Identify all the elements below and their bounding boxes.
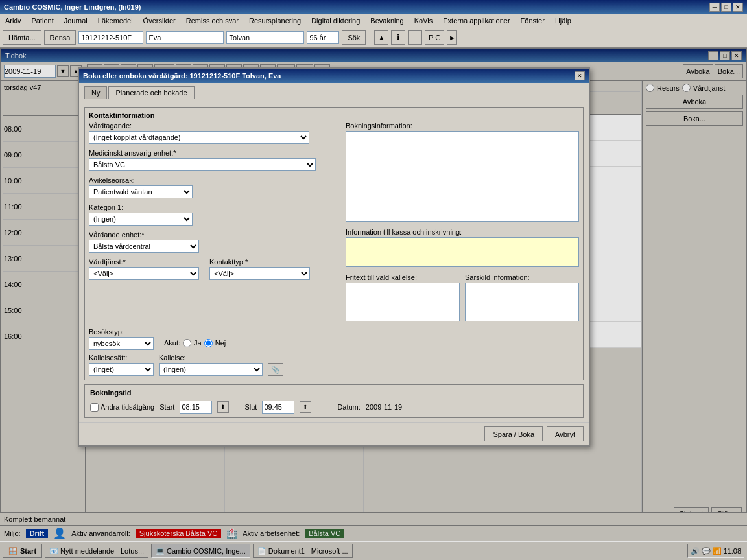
sep1 (370, 31, 370, 44)
modal-close-btn[interactable]: ✕ (575, 71, 585, 80)
minimize-btn[interactable]: ─ (709, 3, 720, 12)
kallelsesatt-select[interactable]: (Inget) (89, 363, 154, 376)
besokstyp-select[interactable]: nybesök (89, 337, 154, 350)
bokningstid-section: Bokningstid Ändra tidsåtgång Start ⬆ Slu… (84, 384, 584, 418)
info-kassa-textarea[interactable] (346, 237, 579, 267)
attachment-btn[interactable]: 📎 (268, 363, 283, 376)
vardtjanst-kontakt-row: Vårdtjänst:* <Välj> Kontakttyp:* <Välj> (89, 258, 335, 280)
besokstyp-label: Besökstyp: (89, 328, 154, 336)
start-time-input[interactable] (180, 401, 212, 414)
minimize-main-btn[interactable]: ─ (408, 30, 422, 45)
kallelse-label: Kallelse: (159, 354, 263, 362)
start-spinner[interactable]: ⬆ (217, 401, 229, 413)
avikelseorsak-label: Avikelseorsak: (89, 176, 335, 184)
start-label: Start (160, 403, 174, 411)
menu-patient[interactable]: Patient (29, 16, 56, 25)
window-title: Cambio COSMIC, Inger Lindgren, (lii019) (4, 3, 141, 11)
akut-ja-label: Ja (194, 339, 202, 347)
last-name-input[interactable] (226, 31, 304, 44)
vardande-select[interactable]: Bålsta vårdcentral (89, 240, 199, 253)
sok-button[interactable]: Sök (342, 30, 366, 45)
menu-kovis[interactable]: KoVis (412, 16, 436, 25)
contact-title: Kontaktinformation (89, 111, 579, 119)
left-form: Vårdtagande: (Inget kopplat vårdtagande)… (89, 122, 335, 323)
info-btn[interactable]: ℹ (391, 30, 405, 45)
slut-spinner[interactable]: ⬆ (300, 401, 311, 413)
kontakttyp-select[interactable]: <Välj> (209, 267, 310, 280)
vardtjanst-select[interactable]: <Välj> (89, 267, 199, 280)
pg-btn[interactable]: P G (425, 30, 444, 45)
slut-time-input[interactable] (262, 401, 294, 414)
scroll-right-btn[interactable]: ► (447, 30, 457, 45)
menu-lakemedel[interactable]: Läkemedel (95, 16, 136, 25)
bokningstid-row: Ändra tidsåtgång Start ⬆ Slut ⬆ Datum: 2… (90, 401, 578, 414)
menu-fonster[interactable]: Fönster (518, 16, 547, 25)
bokningstid-title: Bokningstid (90, 389, 578, 397)
andra-tidsatgang-group: Ändra tidsåtgång (90, 403, 154, 412)
avikelseorsak-group: Avikelseorsak: Patientvald väntan (89, 176, 335, 198)
avbryt-btn[interactable]: Avbryt (547, 426, 584, 441)
datum-value: 2009-11-19 (366, 403, 402, 411)
tab-new[interactable]: Ny (84, 86, 107, 99)
spara-boka-btn[interactable]: Spara / Boka (484, 426, 543, 441)
sarskild-group: Särskild information: (465, 274, 579, 323)
age-input[interactable] (307, 31, 339, 44)
akut-nej-radio[interactable] (204, 339, 213, 347)
patient-id-input[interactable] (78, 31, 143, 44)
tab-bar: Ny Planerade och bokade (84, 86, 584, 99)
toolbar: Hämta... Rensa Sök ▲ ℹ ─ P G ► (0, 27, 747, 48)
info-kassa-label: Information till kassa och inskrivning: (346, 228, 579, 236)
kallelse-group: Kallelse: (Ingen) (159, 354, 263, 376)
close-btn[interactable]: ✕ (733, 3, 743, 12)
medicinsk-select[interactable]: Bålsta VC (89, 158, 316, 171)
avikelseorsak-select[interactable]: Patientvald väntan (89, 185, 193, 198)
akut-ja-radio[interactable] (183, 339, 191, 347)
rensa-button[interactable]: Rensa (44, 30, 77, 45)
bokningsinformation-textarea[interactable] (346, 131, 579, 222)
menu-diktering[interactable]: Digital diktering (309, 16, 362, 25)
info-kassa-group: Information till kassa och inskrivning: (346, 228, 579, 268)
andra-tidsatgang-label: Ändra tidsåtgång (101, 403, 154, 411)
kategori-label: Kategori 1: (89, 204, 335, 211)
sarskild-textarea[interactable] (465, 283, 579, 321)
kategori-group: Kategori 1: (Ingen) (89, 204, 335, 226)
fritext-textarea[interactable] (346, 283, 460, 321)
menu-remiss[interactable]: Remiss och svar (184, 16, 241, 25)
maximize-btn[interactable]: □ (721, 3, 731, 12)
menu-oversikter[interactable]: Översikter (141, 16, 178, 25)
menu-arkiv[interactable]: Arkiv (3, 16, 23, 25)
kontakttyp-group: Kontakttyp:* <Välj> (209, 258, 310, 280)
medicinsk-label: Medicinskt ansvarig enhet:* (89, 149, 335, 157)
modal-footer: Spara / Boka Avbryt (79, 422, 589, 445)
alert-btn[interactable]: ▲ (374, 30, 388, 45)
form-cols: Vårdtagande: (Inget kopplat vårdtagande)… (89, 122, 579, 323)
vardtjanst-group: Vårdtjänst:* <Välj> (89, 258, 199, 280)
modal-dialog: Boka eller omboka vårdåtgärd: 19121212-5… (78, 67, 590, 447)
menu-journal[interactable]: Journal (62, 16, 90, 25)
first-name-input[interactable] (146, 31, 224, 44)
modal-title: Boka eller omboka vårdåtgärd: 19121212-5… (83, 72, 281, 80)
andra-tidsatgang-checkbox[interactable] (90, 403, 99, 412)
vardtagande-select[interactable]: (Inget kopplat vårdtagande) (89, 131, 309, 144)
modal-tabs: Ny Planerade och bokade (79, 83, 589, 99)
menu-hjalp[interactable]: Hjälp (552, 16, 574, 25)
hamta-button[interactable]: Hämta... (3, 30, 42, 45)
modal-body: Kontaktinformation Vårdtagande: (Inget k… (79, 103, 589, 422)
fritext-group: Fritext till vald kallelse: (346, 274, 460, 323)
kallelsesatt-label: Kallelsesätt: (89, 354, 154, 362)
menu-resurs[interactable]: Resursplanering (246, 16, 303, 25)
bokningsinformation-group: Bokningsinformation: (346, 122, 579, 223)
tab-planned[interactable]: Planerade och bokade (108, 86, 194, 99)
window-controls: ─ □ ✕ (709, 3, 743, 12)
vardande-group: Vårdande enhet:* Bålsta vårdcentral (89, 231, 335, 253)
menu-externa[interactable]: Externa applikationer (440, 16, 512, 25)
vardtagande-group: Vårdtagande: (Inget kopplat vårdtagande) (89, 122, 335, 144)
kategori-select[interactable]: (Ingen) (89, 213, 193, 226)
slut-label: Slut (244, 403, 257, 411)
datum-label: Datum: (337, 403, 360, 411)
kallelse-select[interactable]: (Ingen) (159, 363, 263, 376)
menu-bevakning[interactable]: Bevakning (368, 16, 406, 25)
vardande-label: Vårdande enhet:* (89, 231, 335, 239)
kallelse-row: Kallelsesätt: (Inget) Kallelse: (Ingen) … (89, 354, 579, 376)
main-area: Tidbok ─ □ ✕ ▼ ▲ 🔍 📄 47 ◄ Idag ► ▶ 1 5 7… (0, 48, 747, 560)
